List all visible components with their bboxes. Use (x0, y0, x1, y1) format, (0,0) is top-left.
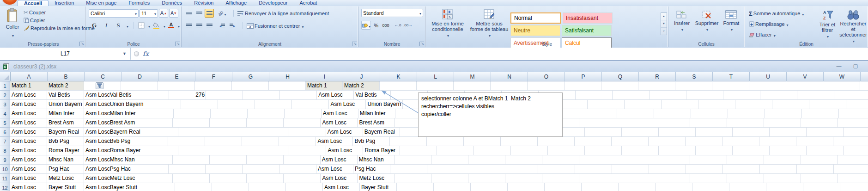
comment-box[interactable]: selectionner colonne A et BMatch 1 Match… (418, 92, 563, 137)
cell-N8[interactable] (511, 146, 548, 155)
cell-A8[interactable]: Asm Losc (10, 146, 47, 155)
cell-G12[interactable] (249, 183, 286, 191)
cell-P5[interactable] (579, 118, 616, 128)
wrap-text-button[interactable]: Renvoyer à la ligne automatiquement (237, 11, 329, 16)
cut-button[interactable]: ✂ Couper (24, 9, 95, 16)
cell-R3[interactable] (662, 100, 698, 109)
cell-V4[interactable] (802, 109, 839, 118)
cell-U4[interactable] (765, 109, 802, 118)
cell-M11[interactable] (468, 174, 505, 183)
cell-T6[interactable] (733, 128, 770, 137)
cell-P3[interactable] (588, 100, 625, 109)
cell-W12[interactable] (840, 183, 868, 191)
cell-I7[interactable]: Asm Losc (316, 137, 353, 146)
shrink-font-button[interactable]: A▼ (169, 9, 178, 18)
cell-F5[interactable] (210, 118, 247, 128)
cell-V5[interactable] (801, 118, 838, 128)
decrease-decimal-button[interactable]: .00→ (403, 21, 413, 30)
borders-dropdown-arrow[interactable] (147, 21, 150, 30)
cell-F2[interactable] (206, 91, 243, 100)
cell-T5[interactable] (727, 118, 764, 128)
cell-S7[interactable] (686, 137, 722, 146)
cell-V2[interactable] (797, 91, 834, 100)
cell-H3[interactable] (292, 100, 329, 109)
cell-E10[interactable] (169, 165, 206, 174)
row-header-5[interactable]: 5 (0, 118, 10, 128)
cell-L10[interactable] (427, 165, 464, 174)
column-header-E[interactable]: E (158, 72, 195, 81)
cell-N12[interactable] (508, 183, 545, 191)
cell-M8[interactable] (474, 146, 511, 155)
cell-G4[interactable] (248, 109, 285, 118)
cell-A10[interactable]: Asm Losc (10, 165, 47, 174)
cell-style-normal[interactable]: Normal (510, 12, 561, 24)
cell-C8[interactable]: Asm LoscRoma Bayer (84, 146, 141, 155)
cell-D9[interactable] (136, 155, 173, 165)
cell-Q11[interactable] (616, 174, 653, 183)
cell-U11[interactable] (764, 174, 801, 183)
fill-color-icon[interactable] (153, 22, 160, 29)
underline-button[interactable]: S (114, 21, 123, 30)
cell-U8[interactable] (770, 146, 807, 155)
cell-E2[interactable]: 276 (169, 91, 206, 100)
cell-D2[interactable] (132, 91, 169, 100)
cell-G9[interactable] (247, 155, 284, 165)
cell-G6[interactable] (252, 128, 289, 137)
cell-V9[interactable] (801, 155, 838, 165)
cell-F7[interactable] (205, 137, 242, 146)
column-header-P[interactable]: P (565, 72, 602, 81)
cell-K9[interactable] (395, 155, 431, 165)
name-box-dropdown-arrow[interactable]: ▼ (122, 51, 127, 56)
cell-x1[interactable] (860, 81, 868, 91)
column-header-U[interactable]: U (750, 72, 787, 81)
cell-S2[interactable] (686, 91, 723, 100)
row-header-8[interactable]: 8 (0, 146, 10, 155)
cell-T9[interactable] (727, 155, 764, 165)
column-header-D[interactable]: D (121, 72, 158, 81)
cell-H6[interactable] (289, 128, 326, 137)
cell-Q5[interactable] (616, 118, 653, 128)
cell-L7[interactable] (427, 137, 464, 146)
cell-T2[interactable] (723, 91, 760, 100)
tab-donnees[interactable]: Données (156, 0, 188, 6)
cell-B10[interactable]: Psg Hac (47, 165, 84, 174)
cell-V6[interactable] (807, 128, 844, 137)
cell-O8[interactable] (548, 146, 585, 155)
increase-decimal-button[interactable]: ←.0 (393, 21, 402, 30)
cell-M1[interactable] (454, 81, 491, 91)
cell-H4[interactable] (285, 109, 322, 118)
column-header-N[interactable]: N (491, 72, 528, 81)
cell-O12[interactable] (545, 183, 582, 191)
cell-R5[interactable] (653, 118, 690, 128)
cell-U2[interactable] (760, 91, 797, 100)
cell-J1[interactable]: Match 2 (343, 81, 380, 91)
cell-H8[interactable] (289, 146, 326, 155)
row-header-1[interactable]: 1 (0, 81, 10, 91)
cell-T1[interactable] (712, 81, 749, 91)
cell-R11[interactable] (653, 174, 690, 183)
cell-L11[interactable] (431, 174, 468, 183)
cell-A5[interactable]: Asm Losc (10, 118, 47, 128)
cell-P9[interactable] (579, 155, 616, 165)
cell-I8[interactable]: Asm Losc (326, 146, 363, 155)
cell-A2[interactable]: Asm Losc (10, 91, 47, 100)
cell-S1[interactable] (675, 81, 712, 91)
cell-N9[interactable] (505, 155, 542, 165)
cell-Q6[interactable] (622, 128, 659, 137)
cell-S9[interactable] (690, 155, 727, 165)
cell-V3[interactable] (809, 100, 846, 109)
gallery-more-icon[interactable]: ▿ (661, 28, 667, 35)
cell-A9[interactable]: Asm Losc (10, 155, 47, 165)
column-header-R[interactable]: R (639, 72, 676, 81)
cell-V1[interactable] (786, 81, 823, 91)
cell-R12[interactable] (656, 183, 692, 191)
column-header-M[interactable]: M (454, 72, 491, 81)
font-dialog-launcher[interactable]: ↘ (175, 42, 180, 46)
cell-J6[interactable]: Bayern Real (363, 128, 400, 137)
cell-J12[interactable]: Bayer Stutt (360, 183, 397, 191)
cell-H1[interactable] (269, 81, 306, 91)
cell-P6[interactable] (585, 128, 622, 137)
row-header-4[interactable]: 4 (0, 109, 10, 118)
underline-dropdown-arrow[interactable] (126, 21, 128, 30)
font-size-select[interactable]: 11 (140, 9, 158, 18)
